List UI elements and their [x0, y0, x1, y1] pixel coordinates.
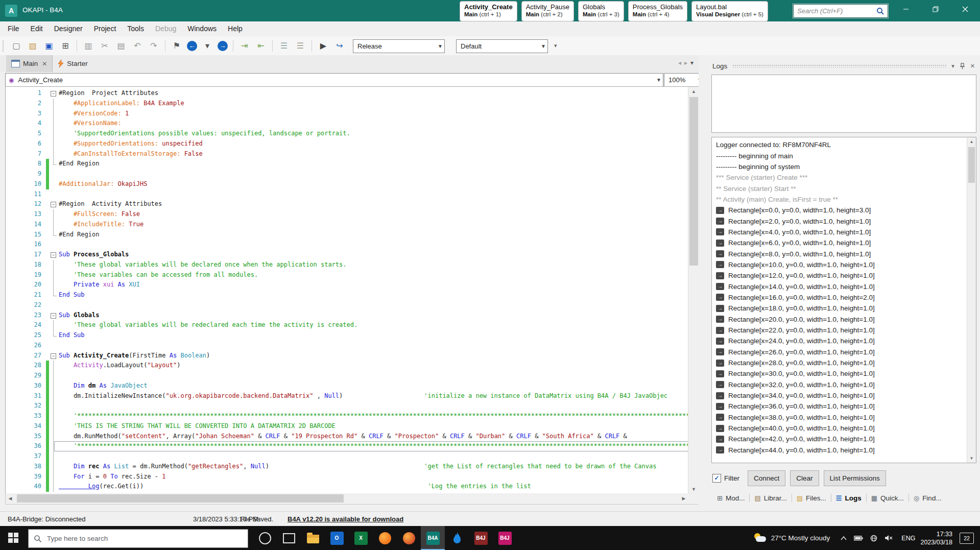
horizontal-scroll-thumb[interactable]: [17, 494, 344, 503]
pin-icon[interactable]: [960, 63, 965, 69]
toolbar-overflow-icon[interactable]: ▾: [554, 42, 557, 49]
copy-icon[interactable]: ▥: [82, 40, 95, 52]
fold-gutter[interactable]: −: [49, 88, 59, 99]
build-configuration-combo[interactable]: Release ▼: [353, 39, 445, 53]
log-message[interactable]: *** Service (starter) Create ***: [712, 172, 967, 183]
paste-icon[interactable]: ▤: [114, 40, 128, 52]
resume-icon[interactable]: ↪: [333, 40, 346, 52]
panel-grip[interactable]: [732, 64, 946, 67]
global-search-box[interactable]: Search (Ctrl+F): [793, 4, 889, 18]
menu-edit[interactable]: Edit: [25, 21, 49, 36]
chevron-down-icon[interactable]: ▼: [539, 43, 547, 49]
undo-icon[interactable]: ↶: [131, 40, 144, 52]
restore-button[interactable]: [921, 0, 950, 18]
log-rectangle-entry[interactable]: →Rectangle[x=4.0, y=0.0, width=1.0, heig…: [712, 227, 967, 237]
fold-collapse-icon[interactable]: −: [51, 202, 56, 207]
outlook-icon[interactable]: O: [325, 526, 349, 550]
panel-tab-logs[interactable]: ☰Logs: [831, 494, 866, 502]
fold-gutter[interactable]: −: [49, 351, 59, 361]
start-button[interactable]: [8, 533, 18, 543]
panel-tab-librar[interactable]: ▤Librar...: [750, 494, 791, 502]
scroll-right-icon[interactable]: ▶: [679, 493, 688, 504]
log-rectangle-entry[interactable]: →Rectangle[x=14.0, y=0.0, width=1.0, hei…: [712, 281, 967, 292]
run-icon[interactable]: ▶: [317, 40, 330, 52]
uncomment-icon[interactable]: ☰: [294, 40, 307, 52]
log-rectangle-entry[interactable]: →Rectangle[x=36.0, y=0.0, width=1.0, hei…: [712, 401, 967, 412]
log-message[interactable]: --------- beginning of main: [712, 150, 967, 161]
taskbar-search-box[interactable]: Type here to search: [28, 529, 248, 548]
task-view-icon[interactable]: [277, 526, 301, 550]
comment-icon[interactable]: ☰: [277, 40, 291, 52]
cut-icon[interactable]: ✂: [98, 40, 111, 52]
excel-icon[interactable]: X: [349, 526, 373, 550]
weather-widget[interactable]: 27°C Mostly cloudy: [754, 533, 830, 543]
bookmark-icon[interactable]: ⚑: [170, 40, 183, 52]
logs-scrollbar[interactable]: ▲ ▼: [967, 137, 976, 463]
filter-checkbox[interactable]: ✓: [712, 474, 721, 483]
connect-button[interactable]: Connect: [748, 470, 785, 486]
log-rectangle-entry[interactable]: →Rectangle[x=16.0, y=0.0, width=1.0, hei…: [712, 292, 967, 303]
log-message[interactable]: ** Service (starter) Start **: [712, 183, 967, 194]
chevron-down-icon[interactable]: ▼: [655, 77, 663, 83]
outdent-icon[interactable]: ⇤: [254, 40, 268, 52]
cortana-icon[interactable]: [253, 526, 277, 550]
menu-project[interactable]: Project: [88, 21, 122, 36]
navigate-forward-icon[interactable]: →: [218, 41, 228, 51]
log-message[interactable]: Logger connected to: RF8M70NF4RL: [712, 139, 967, 150]
chevron-down-icon[interactable]: ▼: [436, 43, 444, 49]
language-indicator[interactable]: ENG: [901, 535, 915, 542]
fold-collapse-icon[interactable]: −: [51, 252, 56, 258]
battery-icon[interactable]: [854, 536, 863, 541]
panel-tab-mod[interactable]: ⊞Mod...: [712, 494, 749, 502]
tab-main[interactable]: Main ✕: [6, 55, 53, 72]
doc-tab-activity_create[interactable]: Activity_CreateMain (ctrl + 1): [460, 1, 517, 21]
log-rectangle-entry[interactable]: →Rectangle[x=2.0, y=0.0, width=1.0, heig…: [712, 216, 967, 226]
log-rectangle-entry[interactable]: →Rectangle[x=18.0, y=0.0, width=1.0, hei…: [712, 303, 967, 314]
b4j-icon[interactable]: B4J: [469, 526, 493, 550]
menu-debug[interactable]: Debug: [150, 21, 182, 36]
log-rectangle-entry[interactable]: →Rectangle[x=34.0, y=0.0, width=1.0, hei…: [712, 390, 967, 401]
log-rectangle-entry[interactable]: →Rectangle[x=44.0, y=0.0, width=1.0, hei…: [712, 445, 967, 456]
firefox-icon[interactable]: [373, 526, 397, 550]
scroll-up-icon[interactable]: ▲: [967, 137, 976, 146]
editor-vertical-scrollbar[interactable]: ▲ ▼: [688, 87, 699, 494]
list-permissions-button[interactable]: List Permissions: [824, 470, 886, 486]
layout-variant-combo[interactable]: Default ▼: [456, 39, 548, 53]
log-rectangle-entry[interactable]: →Rectangle[x=26.0, y=0.0, width=1.0, hei…: [712, 347, 967, 357]
log-rectangle-entry[interactable]: →Rectangle[x=10.0, y=0.0, width=1.0, hei…: [712, 259, 967, 270]
open-file-icon[interactable]: ▨: [26, 40, 39, 52]
menu-help[interactable]: Help: [222, 21, 248, 36]
file-explorer-icon[interactable]: [301, 526, 325, 550]
search-icon[interactable]: [876, 7, 885, 15]
doc-tab-globals[interactable]: GlobalsMain (ctrl + 3): [578, 1, 624, 21]
tab-starter[interactable]: Starter: [53, 55, 93, 72]
close-panel-icon[interactable]: ✕: [970, 63, 975, 69]
notification-center-badge[interactable]: 22: [960, 533, 974, 544]
panel-tab-find[interactable]: ◎Find...: [909, 494, 946, 502]
log-rectangle-entry[interactable]: →Rectangle[x=22.0, y=0.0, width=1.0, hei…: [712, 325, 967, 336]
logs-scroll-thumb[interactable]: [968, 147, 975, 183]
log-rectangle-entry[interactable]: →Rectangle[x=30.0, y=0.0, width=1.0, hei…: [712, 368, 967, 379]
log-rectangle-entry[interactable]: →Rectangle[x=24.0, y=0.0, width=1.0, hei…: [712, 336, 967, 346]
scroll-up-icon[interactable]: ▲: [688, 87, 699, 96]
log-rectangle-entry[interactable]: →Rectangle[x=40.0, y=0.0, width=1.0, hei…: [712, 423, 967, 434]
tab-scroll-arrows[interactable]: ◂▸▾: [678, 59, 697, 66]
flame-app-icon[interactable]: [445, 526, 469, 550]
menu-windows[interactable]: Windows: [182, 21, 222, 36]
menu-designer[interactable]: Designer: [49, 21, 88, 36]
panel-tab-quick[interactable]: ▦Quick...: [867, 494, 909, 502]
navigate-back-icon[interactable]: ←: [187, 41, 197, 51]
volume-muted-icon[interactable]: [885, 535, 893, 541]
toolbar-grip[interactable]: [3, 40, 6, 52]
close-tab-icon[interactable]: ✕: [42, 60, 47, 67]
minimize-button[interactable]: [891, 0, 921, 18]
code-editor[interactable]: 1−#Region Project Attributes2 #Applicati…: [5, 86, 700, 494]
tray-expand-icon[interactable]: [841, 536, 847, 540]
b4i-icon[interactable]: B4J: [493, 526, 517, 550]
fold-gutter[interactable]: −: [49, 250, 59, 260]
scroll-left-icon[interactable]: ◀: [6, 493, 15, 504]
log-message[interactable]: --------- beginning of system: [712, 161, 967, 172]
log-rectangle-entry[interactable]: →Rectangle[x=20.0, y=0.0, width=1.0, hei…: [712, 314, 967, 325]
red-app-icon[interactable]: [397, 526, 421, 550]
log-rectangle-entry[interactable]: →Rectangle[x=8.0, y=0.0, width=1.0, heig…: [712, 248, 967, 259]
